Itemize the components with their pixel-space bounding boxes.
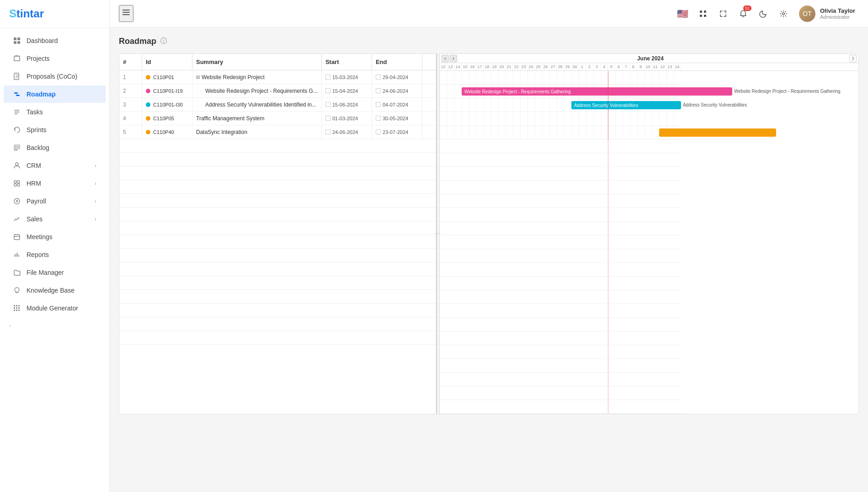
svg-rect-0 <box>14 37 16 40</box>
date-cell: 12 <box>440 63 447 70</box>
col-header-summary: Summary <box>192 54 322 70</box>
svg-rect-13 <box>14 184 16 186</box>
svg-rect-1 <box>17 37 20 40</box>
gantt-next-button[interactable]: › <box>450 55 457 62</box>
sidebar-item-label: Sales <box>27 215 43 223</box>
svg-rect-29 <box>704 15 706 17</box>
table-row[interactable]: 5 C110P40 DataSync Integration 24-06-202… <box>119 125 436 139</box>
col-header-num: # <box>119 54 142 70</box>
sidebar-item-meetings[interactable]: Meetings <box>4 228 106 246</box>
gantt-prev-button[interactable]: ‹ <box>442 55 449 62</box>
cell-start: 01-03-2024 <box>322 112 372 125</box>
col-header-start: Start <box>322 54 372 70</box>
sidebar-item-roadmap[interactable]: Roadmap <box>4 86 106 103</box>
date-cell: 10 <box>644 63 652 70</box>
gantt-chart-header: ‹ › June 2024 12131415161718192021222 <box>440 54 858 71</box>
sidebar-item-sprints[interactable]: Sprints <box>4 121 106 139</box>
avatar-image: OT <box>799 5 815 22</box>
date-cell: 4 <box>601 63 608 70</box>
user-menu[interactable]: OT Olivia Taylor Administrator <box>795 4 859 24</box>
date-cell: 17 <box>476 63 484 70</box>
hamburger-button[interactable] <box>119 5 133 22</box>
gantt-scroll-button[interactable] <box>849 55 857 62</box>
table-row[interactable]: 1 C110P01 ⊟Website Redesign Project 15-0… <box>119 70 436 84</box>
date-cell: 11 <box>652 63 659 70</box>
date-cell: 28 <box>557 63 564 70</box>
col-header-extra <box>422 54 436 70</box>
resize-handle[interactable]: ⋮ <box>437 54 440 414</box>
table-row[interactable]: 2 C110P01-I19 Website Redesign Project -… <box>119 84 436 98</box>
crm-icon <box>13 161 21 170</box>
chevron-right-icon: › <box>95 163 96 168</box>
sidebar-item-reports[interactable]: Reports <box>4 246 106 263</box>
date-cell: 21 <box>506 63 513 70</box>
sidebar-item-dashboard[interactable]: Dashboard <box>4 32 106 49</box>
table-row[interactable]: 3 C110P01-I30 Address Security Vulnerabi… <box>119 98 436 112</box>
date-cell: 12 <box>659 63 666 70</box>
date-cell: 9 <box>637 63 644 70</box>
expand-icon <box>719 10 727 18</box>
date-cell: 30 <box>571 63 579 70</box>
sidebar-item-label: Knowledge Base <box>27 287 75 294</box>
notifications-button[interactable]: 52 <box>735 5 751 22</box>
info-icon[interactable] <box>160 37 167 46</box>
gantt-bar[interactable]: Website Redesign Project - Requirements … <box>462 87 732 96</box>
table-row[interactable]: 4 C110P05 Traffic Management System 01-0… <box>119 112 436 125</box>
cell-num: 5 <box>119 125 142 139</box>
cell-extra <box>422 98 436 111</box>
chevron-right-icon: › <box>95 216 96 222</box>
sidebar-item-backlog[interactable]: Backlog <box>4 139 106 156</box>
gantt-rows: 1 C110P01 ⊟Website Redesign Project 15-0… <box>119 70 436 139</box>
apps-button[interactable] <box>695 5 711 22</box>
fullscreen-button[interactable] <box>715 5 731 22</box>
dark-mode-button[interactable] <box>755 5 772 22</box>
svg-rect-19 <box>18 305 20 306</box>
gantt-month-label: June 2024 <box>637 55 664 62</box>
gantt-bar[interactable] <box>659 128 776 137</box>
sidebar-item-knowledge-base[interactable]: Knowledge Base <box>4 282 106 299</box>
logo-text: Stintar <box>9 7 44 20</box>
sidebar-item-proposals[interactable]: Proposals (CoCo) <box>4 68 106 85</box>
gear-icon <box>779 10 788 18</box>
sidebar-nav: Dashboard Projects Proposals (CoCo) Road… <box>0 28 109 337</box>
user-info: Olivia Taylor Administrator <box>820 7 855 20</box>
sidebar-item-tasks[interactable]: Tasks <box>4 103 106 121</box>
flag-icon: 🇺🇸 <box>677 8 688 19</box>
chart-row: Address Security VulnerabilitiesAddress … <box>440 98 681 112</box>
gantt-chart-body: Website Redesign Project - Requirements … <box>440 71 858 139</box>
cell-summary: Address Security Vulnerabilities Identif… <box>192 98 322 111</box>
gantt-chart-empty <box>440 139 858 414</box>
sidebar-item-hrm[interactable]: HRM › <box>4 175 106 192</box>
svg-rect-25 <box>18 310 20 311</box>
cell-end: 24-06-2024 <box>372 84 422 97</box>
svg-rect-26 <box>700 11 702 13</box>
cell-start: 15-04-2024 <box>322 84 372 97</box>
svg-rect-11 <box>14 181 16 183</box>
main-area: 🇺🇸 52 <box>110 0 868 492</box>
sidebar-item-crm[interactable]: CRM › <box>4 157 106 174</box>
svg-rect-12 <box>17 181 20 183</box>
gantt-bar[interactable]: Address Security Vulnerabilities <box>571 101 681 109</box>
sidebar-item-label: Projects <box>27 55 50 62</box>
svg-rect-2 <box>14 41 16 44</box>
svg-rect-14 <box>17 184 20 186</box>
sidebar-item-payroll[interactable]: Payroll › <box>4 193 106 210</box>
language-selector[interactable]: 🇺🇸 <box>675 5 691 22</box>
cell-end: 30-05-2024 <box>372 112 422 125</box>
sidebar-item-label: Meetings <box>27 233 53 241</box>
svg-rect-20 <box>14 307 15 309</box>
chevron-right-icon: › <box>95 181 96 186</box>
sidebar-bottom-separator: - <box>0 317 109 334</box>
cell-summary: DataSync Integration <box>192 125 322 139</box>
sidebar-item-projects[interactable]: Projects <box>4 50 106 67</box>
date-cell: 14 <box>674 63 681 70</box>
chart-row <box>440 126 681 139</box>
cell-summary: Traffic Management System <box>192 112 322 125</box>
date-cell: 6 <box>615 63 623 70</box>
sidebar-item-module-generator[interactable]: Module Generator <box>4 299 106 317</box>
svg-rect-23 <box>14 310 15 311</box>
sidebar-item-sales[interactable]: Sales › <box>4 210 106 228</box>
svg-point-30 <box>782 12 784 15</box>
settings-button[interactable] <box>775 5 792 22</box>
sidebar-item-file-manager[interactable]: File Manager <box>4 264 106 281</box>
